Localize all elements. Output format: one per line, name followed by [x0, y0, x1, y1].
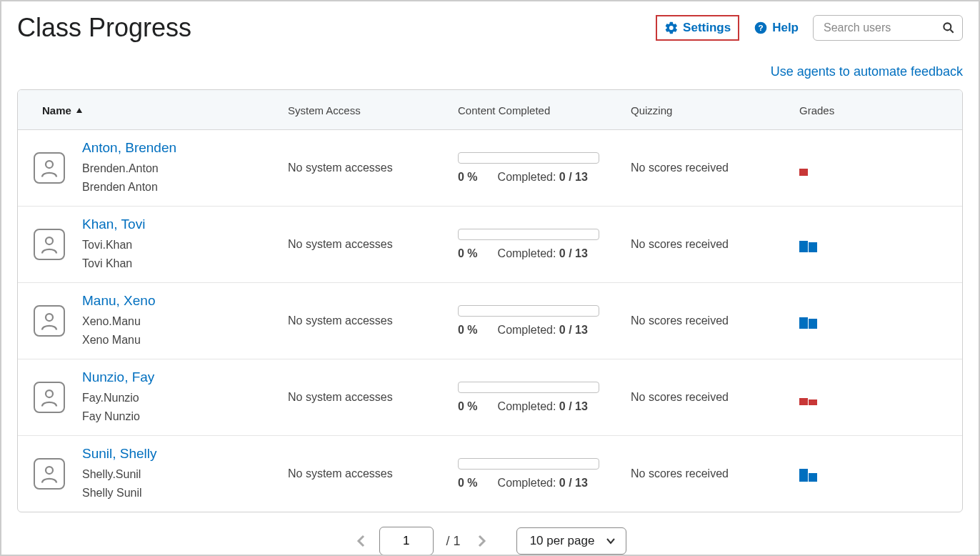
table-row: Sunil, ShellyShelly.SunilShelly SunilNo … — [18, 436, 962, 512]
user-username: Xeno.Manu — [82, 313, 288, 330]
quizzing-cell: No scores received — [631, 238, 799, 251]
page-title: Class Progress — [17, 13, 191, 43]
svg-point-2 — [944, 23, 951, 30]
table-row: Nunzio, FayFay.NunzioFay NunzioNo system… — [18, 359, 962, 436]
user-username: Brenden.Anton — [82, 160, 288, 177]
progress-bar — [458, 458, 599, 470]
progress-bar — [458, 152, 599, 164]
content-completed-cell: 0 %Completed: 0 / 13 — [458, 382, 631, 413]
automate-feedback-link[interactable]: Use agents to automate feedback — [771, 64, 963, 79]
progress-completed: Completed: 0 / 13 — [498, 400, 588, 413]
progress-percent: 0 % — [458, 324, 478, 337]
page-number-input[interactable] — [379, 527, 434, 555]
column-header-content-completed: Content Completed — [458, 104, 631, 116]
per-page-label: 10 per page — [530, 534, 595, 548]
search-input[interactable] — [813, 15, 963, 41]
system-access-cell: No system accesses — [288, 314, 458, 327]
grade-bar — [809, 242, 817, 252]
user-username: Tovi.Khan — [82, 237, 288, 254]
user-display-name: Shelly Sunil — [82, 485, 288, 502]
avatar[interactable] — [34, 229, 65, 260]
progress-percent: 0 % — [458, 171, 478, 184]
user-username: Fay.Nunzio — [82, 389, 288, 407]
grade-bar — [809, 473, 817, 482]
user-name-link[interactable]: Anton, Brenden — [82, 140, 288, 156]
prev-page-button[interactable] — [354, 531, 369, 551]
content-completed-cell: 0 %Completed: 0 / 13 — [458, 229, 631, 260]
svg-text:?: ? — [759, 23, 764, 32]
progress-percent: 0 % — [458, 477, 478, 490]
sort-asc-icon — [76, 107, 83, 114]
user-name-link[interactable]: Nunzio, Fay — [82, 369, 288, 385]
user-name-link[interactable]: Sunil, Shelly — [82, 446, 288, 462]
user-name-link[interactable]: Khan, Tovi — [82, 217, 288, 232]
grades-chart — [799, 467, 962, 482]
progress-percent: 0 % — [458, 400, 478, 413]
help-label: Help — [772, 21, 799, 35]
grade-bar — [799, 241, 808, 252]
gear-icon — [664, 21, 679, 35]
progress-bar — [458, 382, 599, 393]
quizzing-cell: No scores received — [631, 314, 799, 327]
settings-label: Settings — [683, 21, 731, 35]
svg-point-8 — [46, 390, 53, 397]
column-header-grades: Grades — [799, 104, 962, 116]
user-display-name: Xeno Manu — [82, 332, 288, 349]
progress-percent: 0 % — [458, 247, 478, 260]
grade-bar — [799, 317, 808, 329]
quizzing-cell: No scores received — [631, 467, 799, 480]
progress-bar — [458, 229, 599, 240]
next-page-button[interactable] — [474, 531, 489, 551]
grades-chart — [799, 314, 962, 329]
system-access-cell: No system accesses — [288, 467, 458, 480]
grade-bar — [809, 319, 817, 329]
progress-completed: Completed: 0 / 13 — [498, 247, 588, 260]
user-display-name: Brenden Anton — [82, 179, 288, 196]
progress-completed: Completed: 0 / 13 — [498, 324, 588, 337]
avatar[interactable] — [34, 458, 65, 490]
avatar[interactable] — [34, 152, 65, 184]
grade-bar — [809, 399, 817, 405]
content-completed-cell: 0 %Completed: 0 / 13 — [458, 305, 631, 337]
help-icon: ? — [754, 21, 768, 35]
grade-bar — [799, 169, 808, 176]
grades-chart — [799, 162, 962, 176]
column-header-name[interactable]: Name — [42, 104, 288, 116]
column-header-system-access: System Access — [288, 104, 458, 116]
content-completed-cell: 0 %Completed: 0 / 13 — [458, 152, 631, 184]
chevron-down-icon — [606, 537, 616, 545]
svg-marker-4 — [76, 108, 82, 113]
table-row: Anton, BrendenBrenden.AntonBrenden Anton… — [18, 130, 962, 207]
user-name-link[interactable]: Manu, Xeno — [82, 293, 288, 309]
grades-cell — [799, 313, 962, 329]
system-access-cell: No system accesses — [288, 238, 458, 251]
grades-chart — [799, 391, 962, 405]
svg-line-3 — [951, 30, 954, 33]
user-display-name: Fay Nunzio — [82, 408, 288, 425]
column-header-name-label: Name — [42, 104, 71, 116]
svg-point-9 — [46, 467, 53, 474]
system-access-cell: No system accesses — [288, 391, 458, 404]
help-button[interactable]: ? Help — [754, 21, 799, 35]
progress-table: Name System Access Content Completed Qui… — [17, 89, 963, 512]
settings-button[interactable]: Settings — [656, 15, 739, 41]
progress-completed: Completed: 0 / 13 — [498, 171, 588, 184]
table-row: Manu, XenoXeno.ManuXeno ManuNo system ac… — [18, 283, 962, 359]
page-total-label: / 1 — [446, 534, 461, 549]
quizzing-cell: No scores received — [631, 162, 799, 174]
progress-completed: Completed: 0 / 13 — [498, 477, 588, 490]
grade-bar — [799, 398, 808, 405]
search-icon[interactable] — [941, 21, 956, 35]
grade-bar — [799, 469, 808, 482]
grades-cell — [799, 466, 962, 482]
avatar[interactable] — [34, 382, 65, 413]
column-header-quizzing: Quizzing — [631, 104, 799, 116]
progress-bar — [458, 305, 599, 317]
user-username: Shelly.Sunil — [82, 466, 288, 483]
per-page-select[interactable]: 10 per page — [516, 527, 627, 555]
grades-chart — [799, 238, 962, 252]
content-completed-cell: 0 %Completed: 0 / 13 — [458, 458, 631, 490]
system-access-cell: No system accesses — [288, 162, 458, 174]
avatar[interactable] — [34, 305, 65, 337]
user-display-name: Tovi Khan — [82, 255, 288, 272]
